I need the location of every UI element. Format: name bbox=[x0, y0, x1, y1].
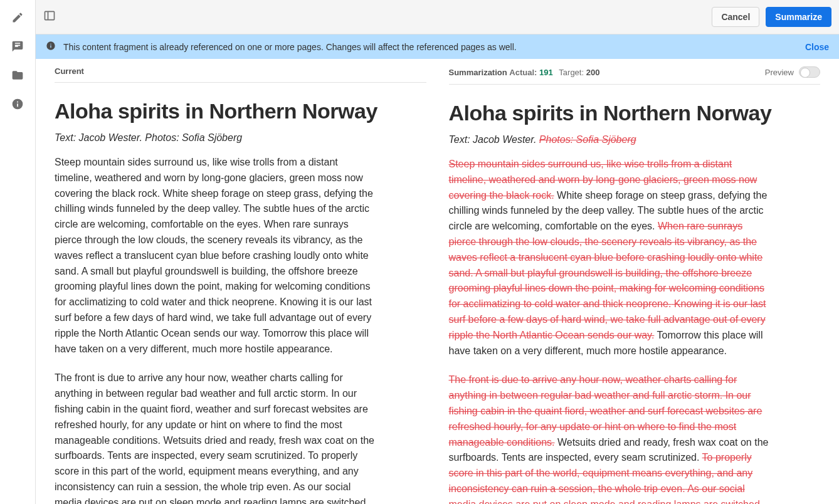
annotate-icon[interactable] bbox=[11, 40, 24, 53]
compare-content: Current Aloha spirits in Northern Norway… bbox=[36, 59, 839, 504]
summary-paragraph-2: The front is due to arrive any hour now,… bbox=[449, 372, 769, 504]
folder-icon[interactable] bbox=[11, 69, 24, 81]
current-byline: Text: Jacob Wester. Photos: Sofia Sjöber… bbox=[55, 132, 430, 144]
p2-removed-a: The front is due to arrive any hour now,… bbox=[449, 374, 737, 401]
summary-paragraph-1: Steep mountain sides surround us, like w… bbox=[449, 157, 769, 359]
top-bar: Cancel Summarize bbox=[36, 0, 839, 34]
preview-toggle-group: Preview bbox=[765, 66, 820, 78]
current-title: Aloha spirits in Northern Norway bbox=[55, 99, 430, 123]
preview-label: Preview bbox=[765, 68, 794, 77]
left-rail bbox=[0, 0, 36, 504]
current-column: Current Aloha spirits in Northern Norway… bbox=[43, 59, 438, 504]
summary-column: Summarization Actual: 191 Target: 200 Pr… bbox=[438, 59, 832, 504]
summary-header-label: Summarization bbox=[449, 68, 507, 77]
current-paragraph-2: The front is due to arrive any hour now,… bbox=[55, 370, 374, 504]
summary-meta: Summarization Actual: 191 Target: 200 bbox=[449, 68, 600, 77]
current-paragraph-1: Steep mountain sides surround us, like w… bbox=[55, 155, 374, 357]
svg-rect-0 bbox=[45, 11, 55, 19]
current-header: Current bbox=[55, 64, 426, 83]
side-panel-toggle-icon[interactable] bbox=[43, 9, 56, 24]
byline-removed: Photos: Sofia Sjöberg bbox=[539, 134, 636, 145]
main-area: Cancel Summarize This content fragment i… bbox=[36, 0, 839, 504]
actual-label: Actual: bbox=[509, 68, 537, 77]
app-root: Cancel Summarize This content fragment i… bbox=[0, 0, 839, 504]
summary-title: Aloha spirits in Northern Norway bbox=[449, 101, 825, 125]
banner-message: This content fragment is already referen… bbox=[63, 42, 517, 52]
actual-value: 191 bbox=[539, 68, 553, 77]
current-scroll[interactable]: Aloha spirits in Northern Norway Text: J… bbox=[43, 94, 434, 504]
info-icon[interactable] bbox=[11, 98, 24, 110]
info-banner: This content fragment is already referen… bbox=[36, 34, 839, 59]
target-value: 200 bbox=[586, 68, 600, 77]
summary-header: Summarization Actual: 191 Target: 200 Pr… bbox=[449, 64, 821, 85]
summary-byline: Text: Jacob Wester. Photos: Sofia Sjöber… bbox=[449, 134, 825, 145]
target-label: Target: bbox=[559, 68, 584, 77]
current-header-label: Current bbox=[55, 66, 84, 76]
preview-switch[interactable] bbox=[799, 66, 820, 78]
banner-info-icon bbox=[46, 41, 56, 53]
summarize-button[interactable]: Summarize bbox=[766, 7, 831, 27]
cancel-button[interactable]: Cancel bbox=[712, 7, 759, 27]
summary-scroll[interactable]: Aloha spirits in Northern Norway Text: J… bbox=[438, 96, 828, 504]
byline-kept: Text: Jacob Wester. bbox=[449, 134, 539, 145]
edit-icon[interactable] bbox=[11, 11, 24, 24]
banner-close-button[interactable]: Close bbox=[805, 42, 829, 52]
